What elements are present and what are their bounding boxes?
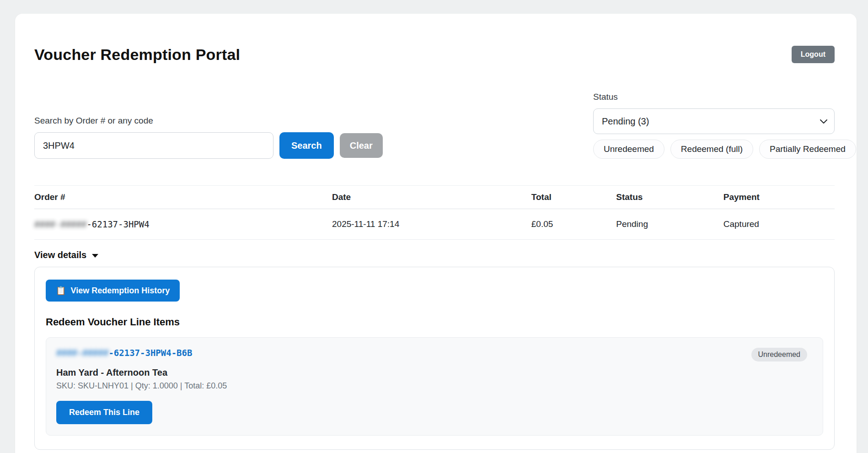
redeem-this-line-button[interactable]: Redeem This Line [56, 401, 152, 424]
search-row: Search Clear [34, 132, 383, 159]
view-redemption-history-label: View Redemption History [70, 286, 170, 296]
table-row[interactable]: ####-#####-62137-3HPW4 2025-11-11 17:14 … [34, 209, 835, 240]
search-input[interactable] [34, 132, 273, 159]
header: Voucher Redemption Portal Logout [34, 36, 835, 64]
line-item-code-suffix: -62137-3HPW4-B6B [108, 348, 192, 358]
search-group: Search by Order # or any code Search Cle… [34, 116, 383, 159]
logout-button[interactable]: Logout [792, 46, 835, 63]
orders-table-header-row: Order # Date Total Status Payment [34, 186, 835, 209]
redacted-order-prefix: ####-##### [34, 219, 86, 229]
order-date-cell: 2025-11-11 17:14 [332, 209, 531, 240]
column-header-date: Date [332, 186, 531, 209]
status-badge: Unredeemed [751, 348, 808, 361]
controls-row: Search by Order # or any code Search Cle… [34, 92, 835, 159]
column-header-order: Order # [34, 186, 332, 209]
search-button[interactable]: Search [279, 132, 334, 159]
line-item-code-link[interactable]: ####-#####-62137-3HPW4-B6B [56, 348, 192, 358]
order-number-cell: ####-#####-62137-3HPW4 [34, 209, 332, 240]
view-redemption-history-button[interactable]: 📋 View Redemption History [46, 280, 180, 302]
orders-table: Order # Date Total Status Payment ####-#… [34, 185, 835, 240]
line-item-top-row: ####-#####-62137-3HPW4-B6B Unredeemed [56, 348, 814, 361]
status-pills: Unredeemed Redeemed (full) Partially Red… [593, 140, 835, 159]
search-label: Search by Order # or any code [34, 116, 383, 126]
status-label: Status [593, 92, 835, 102]
pill-unredeemed[interactable]: Unredeemed [593, 140, 664, 159]
column-header-status: Status [616, 186, 723, 209]
order-details-card: 📋 View Redemption History Redeem Voucher… [34, 267, 835, 450]
column-header-payment: Payment [723, 186, 835, 209]
status-select[interactable]: Pending (3) [593, 108, 835, 134]
view-details-toggle[interactable]: View details [34, 250, 835, 260]
order-status-cell: Pending [616, 209, 723, 240]
pill-partially-redeemed[interactable]: Partially Redeemed [759, 140, 856, 159]
clear-button[interactable]: Clear [340, 133, 383, 158]
order-total-cell: £0.05 [531, 209, 616, 240]
status-filter-group: Status Pending (3) Unredeemed Redeemed (… [593, 92, 835, 159]
view-details-label: View details [34, 250, 86, 260]
redacted-code-prefix: ####-##### [56, 348, 108, 358]
column-header-total: Total [531, 186, 616, 209]
order-number-suffix: -62137-3HPW4 [86, 219, 149, 229]
status-select-wrap: Pending (3) [593, 108, 835, 134]
line-item-card: ####-#####-62137-3HPW4-B6B Unredeemed Ha… [46, 337, 823, 436]
line-items-heading: Redeem Voucher Line Items [46, 316, 823, 328]
line-item-name: Ham Yard - Afternoon Tea [56, 367, 814, 378]
order-payment-cell: Captured [723, 209, 835, 240]
page-title: Voucher Redemption Portal [34, 36, 240, 64]
main-card: Voucher Redemption Portal Logout Search … [15, 14, 857, 453]
pill-redeemed-full[interactable]: Redeemed (full) [670, 140, 753, 159]
caret-down-icon [92, 254, 98, 258]
clipboard-icon: 📋 [56, 286, 66, 296]
line-item-meta: SKU: SKU-LNHY01 | Qty: 1.0000 | Total: £… [56, 381, 814, 391]
